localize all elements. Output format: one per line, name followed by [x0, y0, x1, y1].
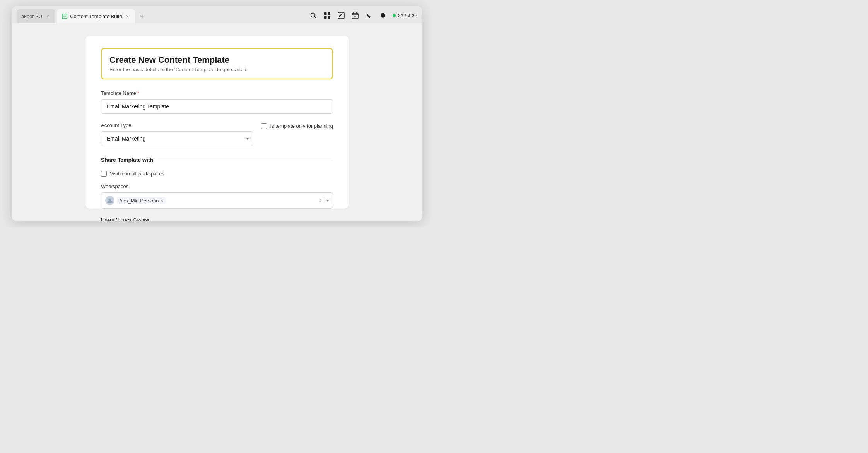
time-status: 23:54:25	[393, 13, 417, 19]
workspace-tag-label: Ads_Mkt Persona	[119, 198, 159, 204]
workspaces-label: Workspaces	[101, 184, 333, 189]
tab-content-template-icon	[62, 13, 68, 19]
svg-rect-7	[328, 12, 331, 15]
template-name-field-group: Template Name *	[101, 90, 333, 114]
users-groups-field-group: Users / Users Groups Select Users / User…	[101, 217, 333, 221]
time-display: 23:54:25	[398, 13, 417, 19]
search-icon[interactable]	[309, 11, 318, 20]
header-card: Create New Content Template Enter the ba…	[101, 48, 333, 79]
svg-point-4	[311, 13, 315, 17]
status-dot	[393, 14, 396, 17]
svg-text:02: 02	[354, 15, 356, 18]
tab-add-button[interactable]: +	[137, 11, 147, 22]
users-groups-label: Users / Users Groups	[101, 217, 333, 221]
template-name-input[interactable]	[101, 99, 333, 114]
page-subtitle: Enter the basic details of the 'Content …	[109, 67, 325, 72]
workspace-tag-remove[interactable]: ×	[161, 198, 164, 203]
workspaces-chevron-icon[interactable]: ▾	[326, 198, 329, 203]
account-type-label: Account Type	[101, 122, 253, 128]
account-type-select-wrapper: Email Marketing Social Media Blog Post N…	[101, 131, 253, 146]
workspace-avatar	[105, 196, 114, 205]
calendar-icon[interactable]: 02	[351, 11, 359, 20]
share-template-divider: Share Template with	[101, 157, 333, 163]
visible-workspaces-checkbox[interactable]	[101, 171, 107, 177]
account-type-field-group: Account Type Email Marketing Social Medi…	[101, 122, 253, 146]
edit-icon[interactable]	[337, 11, 345, 20]
svg-rect-6	[324, 12, 327, 15]
tab-content-template-label: Content Template Build	[70, 14, 122, 19]
planning-checkbox-label[interactable]: Is template only for planning	[270, 123, 333, 129]
browser-window: akper SU × Content Template Build × +	[12, 6, 422, 221]
required-indicator: *	[137, 90, 139, 96]
tab-akper-close[interactable]: ×	[44, 13, 51, 19]
template-name-label: Template Name *	[101, 90, 333, 96]
svg-line-5	[315, 17, 316, 19]
bell-icon[interactable]	[379, 11, 387, 20]
tab-bar: akper SU × Content Template Build × +	[12, 6, 422, 23]
visible-workspaces-row: Visible in all workspaces	[101, 171, 333, 177]
planning-checkbox-group: Is template only for planning	[261, 122, 333, 129]
workspaces-multi-select[interactable]: Ads_Mkt Persona × × ▾	[101, 192, 333, 209]
workspaces-clear-icon[interactable]: ×	[318, 197, 321, 204]
form-container: Create New Content Template Enter the ba…	[85, 36, 349, 209]
tab-akper[interactable]: akper SU ×	[17, 9, 55, 23]
svg-rect-8	[324, 16, 327, 19]
page-title: Create New Content Template	[109, 55, 325, 65]
controls-divider	[324, 197, 324, 204]
account-type-row: Account Type Email Marketing Social Medi…	[101, 122, 333, 146]
workspace-tag-ads-mkt: Ads_Mkt Persona ×	[117, 197, 166, 204]
tab-content-template-close[interactable]: ×	[124, 13, 130, 19]
divider-line	[158, 160, 333, 160]
planning-checkbox-input[interactable]	[261, 123, 267, 129]
page-content: Create New Content Template Enter the ba…	[12, 23, 422, 221]
tab-content-template[interactable]: Content Template Build ×	[57, 9, 135, 23]
workspaces-controls: × ▾	[318, 197, 329, 204]
svg-rect-9	[328, 16, 331, 19]
share-template-label: Share Template with	[101, 157, 153, 163]
tab-akper-label: akper SU	[21, 14, 42, 19]
account-type-select[interactable]: Email Marketing Social Media Blog Post N…	[101, 131, 253, 146]
visible-workspaces-label[interactable]: Visible in all workspaces	[110, 171, 164, 177]
phone-icon[interactable]	[365, 11, 373, 20]
workspaces-field-group: Workspaces Ads_Mkt Persona × ×	[101, 184, 333, 209]
grid-icon[interactable]	[323, 11, 331, 20]
